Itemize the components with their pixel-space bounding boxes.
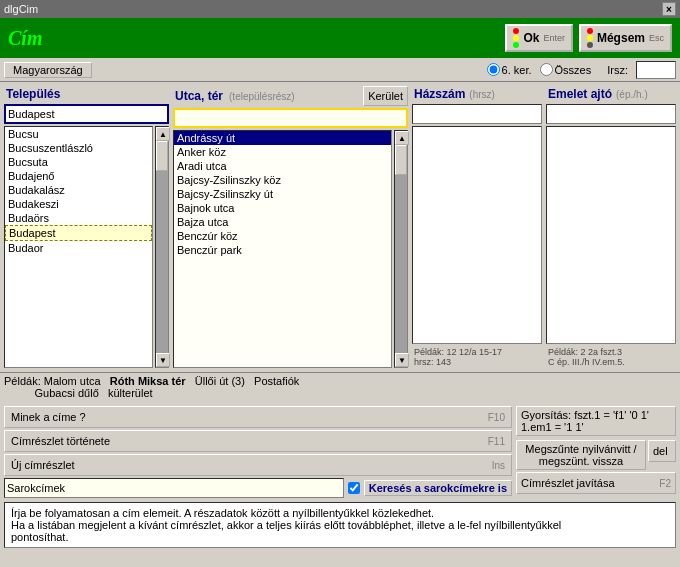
close-button[interactable]: ×: [662, 2, 676, 16]
cimjavitas-fn: F2: [659, 478, 671, 489]
sarokcimek-input[interactable]: [4, 478, 344, 498]
info-line2: Ha a listában megjelent a kívánt címrész…: [11, 519, 561, 531]
minek-label: Minek a címe ?: [11, 411, 86, 423]
list-item[interactable]: Budakeszi: [5, 197, 152, 211]
settlement-search[interactable]: [4, 104, 169, 124]
ok-traffic-light: [513, 28, 519, 48]
info-box: Írja be folyamatosan a cím elemeit. A ré…: [4, 502, 676, 548]
cimjavitas-label: Címrészlet javítása: [521, 477, 615, 489]
list-item[interactable]: Budakalász: [5, 183, 152, 197]
radio-osszes[interactable]: Összes: [540, 63, 592, 76]
list-item[interactable]: Bucsuszentlászló: [5, 141, 152, 155]
sarokcimek-checkbox[interactable]: [348, 482, 360, 494]
ok-shortcut: Enter: [543, 33, 565, 43]
scroll-thumb[interactable]: [156, 141, 168, 171]
megszunt-del-button[interactable]: del: [648, 440, 676, 462]
floor-list[interactable]: [546, 126, 676, 344]
uj-fn: Ins: [492, 460, 505, 471]
floor-column: Emelet ajtó (ép./h.) Példák: 2 2a fszt.3…: [546, 86, 676, 368]
street-search[interactable]: [173, 108, 408, 128]
header-title: Cím: [8, 27, 42, 50]
street-item[interactable]: Aradi utca: [174, 159, 391, 173]
toolbar-row: Magyarország 6. ker. Összes Irsz:: [0, 58, 680, 82]
megszunt-label2: megszünt. vissza: [539, 455, 623, 467]
sarokcimek-search-button[interactable]: Keresés a sarokcímekre is: [364, 480, 512, 496]
uj-cimreszlet-button[interactable]: Új címrészlet Ins: [4, 454, 512, 476]
list-item[interactable]: Budaörs: [5, 211, 152, 225]
title-bar: dlgCim ×: [0, 0, 680, 18]
kerület-button[interactable]: Kerület: [363, 86, 408, 106]
scroll-down-arrow[interactable]: ▼: [156, 353, 170, 367]
magyarorszag-button[interactable]: Magyarország: [4, 62, 92, 78]
window-title: dlgCim: [4, 3, 38, 15]
floor-input[interactable]: [546, 104, 676, 124]
settlement-scrollbar[interactable]: ▲ ▼: [155, 126, 169, 368]
street-header: Utca, tér: [173, 88, 225, 104]
street-subheader: (településrész): [229, 91, 295, 102]
header-buttons: Ok Enter Mégsem Esc: [505, 24, 672, 52]
irsz-label: Irsz:: [607, 64, 628, 76]
megszunt-button[interactable]: Megszűnte nyilvánvitt / megszünt. vissza: [516, 440, 646, 470]
cancel-label: Mégsem: [597, 31, 645, 45]
street-item[interactable]: Andrássy út: [174, 131, 391, 145]
del-label: del: [653, 445, 668, 457]
info-line3: pontosíthat.: [11, 531, 69, 543]
street-scroll-down[interactable]: ▼: [395, 353, 409, 367]
houseno-examples: Példák: 12 12/a 15-17hrsz: 143: [412, 346, 542, 368]
uj-label: Új címrészlet: [11, 459, 75, 471]
street-item[interactable]: Bajza utca: [174, 215, 391, 229]
gyorsitas-button[interactable]: Gyorsítás: fszt.1 = 'f1' '0 1'1.em1 = '1…: [516, 406, 676, 436]
floor-header: Emelet ajtó: [546, 86, 614, 102]
houseno-column: Házszám (hrsz) Példák: 12 12/a 15-17hrsz…: [412, 86, 542, 368]
houseno-list[interactable]: [412, 126, 542, 344]
street-item[interactable]: Anker köz: [174, 145, 391, 159]
cimreszlet-button[interactable]: Címrészlet története F11: [4, 430, 512, 452]
street-list-row: Andrássy út Anker köz Aradi utca Bajcsy-…: [173, 130, 408, 368]
street-item[interactable]: Bajnok utca: [174, 201, 391, 215]
street-scroll-thumb[interactable]: [395, 145, 407, 175]
scroll-track[interactable]: [156, 141, 168, 353]
cancel-button[interactable]: Mégsem Esc: [579, 24, 672, 52]
street-item[interactable]: Benczúr park: [174, 243, 391, 257]
street-item[interactable]: Benczúr köz: [174, 229, 391, 243]
houseno-header: Házszám: [412, 86, 467, 102]
floor-subheader: (ép./h.): [616, 89, 648, 100]
street-item[interactable]: Bajcsy-Zsilinszky köz: [174, 173, 391, 187]
gyorsitas-label: Gyorsítás: fszt.1 = 'f1' '0 1'1.em1 = '1…: [521, 409, 649, 433]
settlement-column: Település Bucsu Bucsuszentlászló Bucsuta…: [4, 86, 169, 368]
list-item[interactable]: Bucsu: [5, 127, 152, 141]
bottom-right: Gyorsítás: fszt.1 = 'f1' '0 1'1.em1 = '1…: [516, 406, 676, 498]
street-column: Utca, tér (településrész) Kerület András…: [173, 86, 408, 368]
list-item-budapest[interactable]: Budapest: [5, 225, 152, 241]
radio-group: 6. ker. Összes Irsz:: [487, 61, 676, 79]
examples-row: Példák: Malom utca Róth Miksa tér Üllői …: [0, 372, 680, 404]
settlement-header: Település: [4, 86, 169, 102]
megszunt-label: Megszűnte nyilvánvitt /: [525, 443, 636, 455]
minek-button[interactable]: Minek a címe ? F10: [4, 406, 512, 428]
radio-6ker[interactable]: 6. ker.: [487, 63, 532, 76]
radio-osszes-input[interactable]: [540, 63, 553, 76]
list-item[interactable]: Budaor: [5, 241, 152, 255]
settlement-list[interactable]: Bucsu Bucsuszentlászló Bucsuta Budajenő …: [4, 126, 153, 368]
houseno-input[interactable]: [412, 104, 542, 124]
street-scroll-track[interactable]: [395, 145, 407, 353]
list-item[interactable]: Bucsuta: [5, 155, 152, 169]
ok-button[interactable]: Ok Enter: [505, 24, 573, 52]
scroll-up-arrow[interactable]: ▲: [156, 127, 170, 141]
ok-label: Ok: [523, 31, 539, 45]
cancel-shortcut: Esc: [649, 33, 664, 43]
street-examples: Példák: Malom utca Róth Miksa tér Üllői …: [4, 375, 676, 399]
minek-fn: F10: [488, 412, 505, 423]
street-scrollbar[interactable]: ▲ ▼: [394, 130, 408, 368]
irsz-input[interactable]: [636, 61, 676, 79]
cimreszlet-label: Címrészlet története: [11, 435, 110, 447]
info-line1: Írja be folyamatosan a cím elemeit. A ré…: [11, 507, 434, 519]
street-scroll-up[interactable]: ▲: [395, 131, 409, 145]
street-item[interactable]: Bajcsy-Zsilinszky út: [174, 187, 391, 201]
radio-6ker-input[interactable]: [487, 63, 500, 76]
sarokcimek-row: Keresés a sarokcímekre is: [4, 478, 512, 498]
bottom-section: Minek a címe ? F10 Címrészlet története …: [0, 404, 680, 500]
list-item[interactable]: Budajenő: [5, 169, 152, 183]
street-list[interactable]: Andrássy út Anker köz Aradi utca Bajcsy-…: [173, 130, 392, 368]
cimjavitas-button[interactable]: Címrészlet javítása F2: [516, 472, 676, 494]
